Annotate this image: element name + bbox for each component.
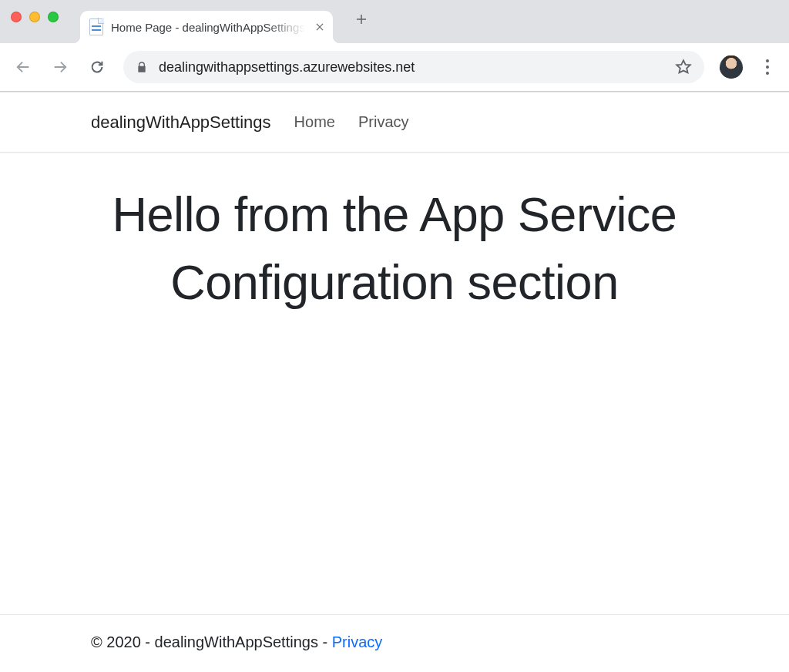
browser-menu-button[interactable] (754, 53, 781, 81)
address-bar[interactable]: dealingwithappsettings.azurewebsites.net (123, 51, 704, 83)
brand[interactable]: dealingWithAppSettings (91, 113, 271, 133)
favicon-icon (89, 18, 103, 35)
forward-button[interactable] (45, 52, 76, 82)
footer-privacy-link[interactable]: Privacy (332, 633, 383, 650)
footer-copyright: © 2020 - dealingWithAppSettings - (91, 633, 332, 650)
bookmark-button[interactable] (675, 59, 692, 76)
browser-chrome: Home Page - dealingWithAppSettings deali… (0, 0, 789, 92)
maximize-window-button[interactable] (48, 12, 59, 22)
toolbar: dealingwithappsettings.azurewebsites.net (0, 43, 789, 91)
site-navbar: dealingWithAppSettings Home Privacy (0, 92, 789, 153)
minimize-window-button[interactable] (29, 12, 40, 22)
footer: © 2020 - dealingWithAppSettings - Privac… (0, 614, 789, 672)
window-controls (11, 12, 59, 22)
tab-title: Home Page - dealingWithAppSettings (111, 21, 305, 34)
close-tab-button[interactable] (313, 20, 327, 34)
hero-heading: Hello from the App Service Configuration… (0, 153, 789, 347)
page-viewport: dealingWithAppSettings Home Privacy Hell… (0, 92, 789, 672)
nav-link-home[interactable]: Home (294, 113, 335, 131)
main-content: Hello from the App Service Configuration… (0, 153, 789, 614)
url-text: dealingwithappsettings.azurewebsites.net (159, 59, 664, 76)
new-tab-button[interactable] (350, 8, 373, 31)
titlebar: Home Page - dealingWithAppSettings (0, 0, 789, 43)
close-window-button[interactable] (11, 12, 22, 22)
nav-link-privacy[interactable]: Privacy (358, 113, 409, 131)
browser-tab[interactable]: Home Page - dealingWithAppSettings (80, 11, 333, 43)
back-button[interactable] (8, 52, 39, 82)
reload-button[interactable] (82, 52, 112, 82)
profile-avatar[interactable] (720, 55, 743, 79)
lock-icon (136, 60, 148, 74)
